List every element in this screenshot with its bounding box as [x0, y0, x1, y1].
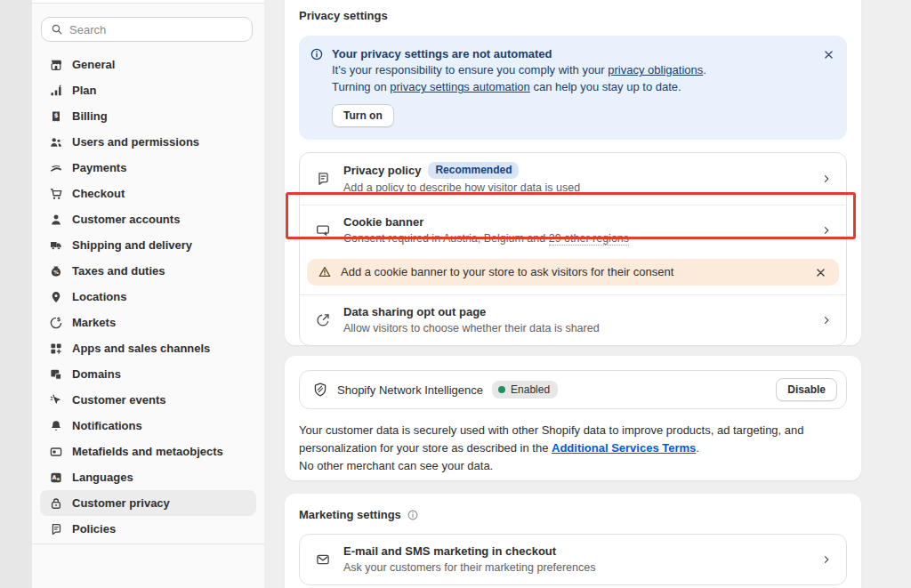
other-regions-link[interactable]: 29 other regions: [549, 232, 629, 246]
sidebar-item-label: Users and permissions: [72, 135, 199, 149]
enabled-status-badge: Enabled: [492, 381, 558, 399]
warning-icon: [318, 265, 332, 279]
cookie-banner-row[interactable]: Cookie banner Consent required in Austri…: [300, 205, 846, 255]
sidebar-item-label: Plan: [72, 84, 96, 97]
sidebar-item-apps[interactable]: Apps and sales channels: [40, 335, 256, 361]
sidebar-item-billing[interactable]: $ Billing: [40, 103, 256, 129]
sidebar-item-locations[interactable]: Locations: [40, 284, 256, 310]
search-input[interactable]: [69, 23, 243, 36]
globe-currency-icon: $: [49, 316, 63, 330]
money-bag-icon: %: [49, 264, 63, 278]
sidebar-item-domains[interactable]: Domains: [40, 361, 256, 387]
banner-text: can help you stay up to date.: [530, 80, 681, 93]
privacy-settings-list: Privacy policyRecommended Add a policy t…: [299, 152, 847, 346]
svg-text:%: %: [53, 269, 59, 274]
network-intelligence-description: Your customer data is securely used with…: [299, 422, 847, 475]
settings-sidebar: General Plan $ Billing Users and permiss…: [32, 0, 264, 588]
sidebar-item-label: Locations: [72, 290, 126, 303]
cookie-banner-icon: [314, 222, 332, 239]
status-dot: [498, 386, 505, 393]
svg-text:A: A: [52, 474, 57, 481]
warning-banner: Add a cookie banner to your store to ask…: [307, 259, 839, 286]
chevron-right-icon: [821, 224, 832, 237]
sidebar-item-label: Customer privacy: [72, 496, 170, 510]
sidebar-item-label: Taxes and duties: [72, 264, 165, 278]
sidebar-item-checkout[interactable]: Checkout: [40, 181, 256, 206]
settings-window: General Plan $ Billing Users and permiss…: [0, 0, 911, 588]
privacy-obligations-link[interactable]: privacy obligations: [608, 63, 703, 77]
sidebar-item-customer-privacy[interactable]: Customer privacy: [40, 490, 256, 516]
data-sharing-row[interactable]: Data sharing opt out page Allow visitors…: [300, 295, 846, 345]
bell-icon: [49, 419, 63, 433]
sidebar-item-customer-accounts[interactable]: Customer accounts: [40, 206, 256, 232]
banner-text: It's your responsibility to ensure you c…: [332, 63, 608, 77]
cursor-sparkle-icon: [49, 393, 63, 407]
row-subtitle-text: Consent required in Austria, Belgium and: [343, 232, 549, 245]
sidebar-item-label: Checkout: [72, 187, 125, 200]
svg-text:$: $: [54, 112, 59, 119]
envelope-icon: [314, 551, 332, 568]
row-title: E-mail and SMS marketing in checkout: [343, 544, 810, 559]
banner-close-icon[interactable]: [820, 46, 836, 62]
sidebar-item-users-permissions[interactable]: Users and permissions: [40, 129, 256, 155]
sidebar-nav: General Plan $ Billing Users and permiss…: [32, 52, 264, 542]
sidebar-item-languages[interactable]: Aa Languages: [40, 464, 256, 490]
warning-text: Add a cookie banner to your store to ask…: [341, 264, 803, 280]
description-text: .: [696, 441, 699, 455]
sidebar-item-label: General: [72, 58, 115, 71]
info-tooltip-icon[interactable]: [407, 509, 419, 521]
privacy-settings-automation-link[interactable]: privacy settings automation: [390, 80, 530, 93]
additional-services-terms-link[interactable]: Additional Services Terms: [552, 441, 696, 455]
banner-title: Your privacy settings are not automated: [332, 46, 812, 61]
warning-banner-wrap: Add a cookie banner to your store to ask…: [300, 255, 846, 294]
email-sms-marketing-row[interactable]: E-mail and SMS marketing in checkout Ask…: [300, 535, 846, 584]
sidebar-item-label: Payments: [72, 161, 126, 174]
sidebar-bottom-divider: [32, 544, 264, 544]
users-icon: [49, 135, 63, 149]
policy-doc-icon: [49, 522, 63, 536]
search-input-container[interactable]: [41, 17, 253, 42]
banner-line-1: It's your responsibility to ensure you c…: [332, 61, 812, 78]
data-sharing-icon: [314, 311, 332, 329]
sidebar-item-general[interactable]: General: [40, 52, 256, 77]
description-line-2: No other merchant can see your data.: [299, 457, 847, 475]
marketing-settings-list: E-mail and SMS marketing in checkout Ask…: [299, 534, 847, 585]
sidebar-item-policies[interactable]: Policies: [40, 516, 256, 542]
sidebar-item-markets[interactable]: $ Markets: [40, 310, 256, 335]
info-banner: Your privacy settings are not automated …: [299, 36, 847, 140]
payments-icon: [49, 161, 63, 175]
banner-text: .: [703, 63, 706, 77]
sidebar-item-notifications[interactable]: Notifications: [40, 413, 256, 439]
privacy-policy-row[interactable]: Privacy policyRecommended Add a policy t…: [300, 153, 846, 205]
svg-text:$: $: [57, 316, 61, 323]
disable-button[interactable]: Disable: [776, 378, 837, 401]
turn-on-button[interactable]: Turn on: [332, 104, 394, 127]
map-pin-icon: [49, 290, 63, 304]
checkout-cart-icon: [49, 187, 63, 201]
sidebar-item-metafields[interactable]: Metafields and metaobjects: [40, 439, 256, 464]
sidebar-item-shipping[interactable]: Shipping and delivery: [40, 232, 256, 258]
shield-icon: [312, 382, 328, 398]
row-subtitle: Allow visitors to choose whether their d…: [343, 320, 810, 336]
row-subtitle: Add a policy to describe how visitor dat…: [343, 180, 810, 196]
sidebar-item-label: Languages: [72, 471, 133, 484]
sidebar-item-label: Customer events: [72, 393, 165, 407]
lock-icon: [49, 496, 63, 511]
marketing-settings-title: Marketing settings: [299, 508, 401, 521]
sidebar-item-label: Customer accounts: [72, 213, 180, 226]
network-intelligence-title: Shopify Network Intelligence: [337, 383, 483, 397]
sidebar-item-customer-events[interactable]: Customer events: [40, 387, 256, 413]
banner-text: Turning on: [332, 80, 390, 93]
chevron-right-icon: [821, 314, 832, 326]
page-title: Privacy settings: [299, 9, 847, 22]
sidebar-item-label: Metafields and metaobjects: [72, 445, 223, 458]
recommended-badge: Recommended: [428, 162, 519, 179]
sidebar-item-label: Apps and sales channels: [72, 342, 210, 355]
chevron-right-icon: [821, 173, 832, 185]
store-icon: [49, 58, 63, 72]
sidebar-item-plan[interactable]: Plan: [40, 77, 256, 103]
sidebar-item-taxes[interactable]: % Taxes and duties: [40, 258, 256, 284]
sidebar-item-payments[interactable]: Payments: [40, 155, 256, 181]
metafields-icon: [49, 445, 63, 459]
warning-close-icon[interactable]: [812, 264, 828, 280]
